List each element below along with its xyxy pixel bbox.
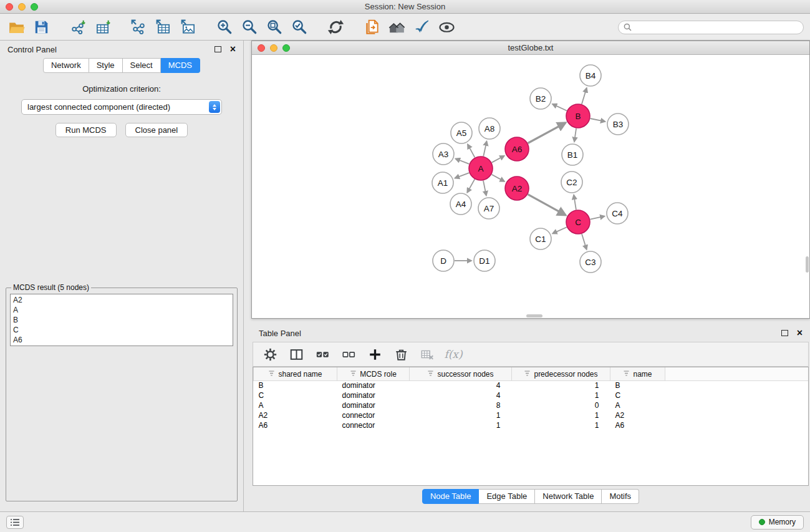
graph-edge-A-A1[interactable] bbox=[455, 173, 470, 178]
graph-edge-A-A2[interactable] bbox=[492, 175, 504, 181]
minimize-window-icon[interactable] bbox=[18, 3, 26, 11]
result-item[interactable]: A6 bbox=[13, 335, 230, 345]
table-cell[interactable]: A bbox=[254, 400, 337, 410]
optimization-criterion-dropdown[interactable]: largest connected component (directed) bbox=[21, 99, 222, 115]
graph-node-D[interactable]: D bbox=[433, 250, 454, 271]
graph-node-A6[interactable]: A6 bbox=[505, 137, 529, 161]
table-cell[interactable]: A2 bbox=[254, 410, 337, 420]
graph-edge-A-A8[interactable] bbox=[483, 142, 486, 157]
search-field[interactable] bbox=[618, 21, 804, 34]
graph-node-A2[interactable]: A2 bbox=[505, 177, 529, 200]
table-cell[interactable]: dominator bbox=[337, 400, 410, 410]
table-row[interactable]: A2connector11A2 bbox=[254, 410, 809, 420]
control-tab-style[interactable]: Style bbox=[89, 58, 123, 73]
graph-node-B3[interactable]: B3 bbox=[607, 114, 629, 135]
table-tab-edge-table[interactable]: Edge Table bbox=[479, 489, 535, 504]
graph-node-A3[interactable]: A3 bbox=[433, 143, 454, 165]
vertical-scrollbar-thumb[interactable] bbox=[806, 256, 809, 273]
control-tab-select[interactable]: Select bbox=[123, 58, 161, 73]
graph-edge-C-C1[interactable] bbox=[552, 227, 567, 233]
graph-node-C[interactable]: C bbox=[566, 210, 590, 234]
table-tab-node-table[interactable]: Node Table bbox=[422, 489, 480, 504]
table-cell[interactable]: 0 bbox=[512, 400, 610, 410]
graph-node-B4[interactable]: B4 bbox=[580, 65, 601, 86]
control-tab-mcds[interactable]: MCDS bbox=[161, 58, 200, 73]
graph-node-A5[interactable]: A5 bbox=[451, 122, 472, 143]
graph-edge-A2-C[interactable] bbox=[528, 195, 566, 215]
graph-edge-B-B3[interactable] bbox=[591, 118, 605, 122]
graph-edge-A-A3[interactable] bbox=[456, 159, 470, 164]
memory-button[interactable]: Memory bbox=[751, 515, 804, 530]
result-item[interactable]: A2 bbox=[13, 295, 230, 305]
graph-node-B[interactable]: B bbox=[566, 104, 590, 128]
show-graphics-button[interactable] bbox=[436, 17, 456, 37]
open-session-button[interactable] bbox=[6, 17, 26, 37]
graph-node-A1[interactable]: A1 bbox=[432, 172, 453, 193]
table-row[interactable]: Bdominator41B bbox=[254, 380, 809, 390]
deselect-all-button[interactable] bbox=[340, 346, 357, 362]
table-cell[interactable]: 4 bbox=[410, 380, 512, 390]
table-cell[interactable]: 1 bbox=[410, 420, 512, 430]
close-panel-icon[interactable]: × bbox=[230, 45, 236, 54]
graph-node-B2[interactable]: B2 bbox=[530, 88, 551, 109]
graph-edge-B-B4[interactable] bbox=[582, 88, 587, 104]
zoom-in-button[interactable] bbox=[215, 17, 234, 37]
result-item[interactable]: A bbox=[13, 305, 230, 315]
select-all-button[interactable] bbox=[314, 346, 330, 362]
column-header-name[interactable]: name bbox=[610, 367, 665, 380]
table-cell[interactable]: 4 bbox=[410, 390, 512, 400]
table-tab-network-table[interactable]: Network Table bbox=[535, 489, 602, 504]
show-columns-button[interactable] bbox=[288, 346, 304, 362]
graph-edge-A-A6[interactable] bbox=[492, 156, 504, 163]
graph-node-D1[interactable]: D1 bbox=[474, 250, 495, 271]
column-header-predecessor-nodes[interactable]: predecessor nodes bbox=[512, 367, 610, 380]
close-panel-button[interactable]: Close panel bbox=[125, 123, 188, 137]
horizontal-scrollbar-thumb[interactable] bbox=[526, 314, 542, 317]
network-close-icon[interactable] bbox=[258, 44, 265, 52]
graph-node-A[interactable]: A bbox=[469, 157, 493, 180]
delete-column-button[interactable] bbox=[393, 346, 409, 362]
graph-node-C1[interactable]: C1 bbox=[530, 228, 551, 249]
search-input[interactable] bbox=[635, 23, 798, 32]
table-cell[interactable]: A2 bbox=[610, 410, 665, 420]
open-recent-button[interactable] bbox=[362, 17, 382, 37]
network-zoom-icon[interactable] bbox=[282, 44, 290, 52]
graph-edge-C-C2[interactable] bbox=[574, 195, 576, 210]
apply-layout-button[interactable] bbox=[325, 17, 345, 37]
table-cell[interactable]: 8 bbox=[410, 400, 512, 410]
task-history-button[interactable] bbox=[6, 516, 24, 529]
graph-node-C3[interactable]: C3 bbox=[580, 251, 601, 273]
control-tab-network[interactable]: Network bbox=[43, 58, 89, 73]
import-network-button[interactable] bbox=[67, 17, 87, 37]
table-row[interactable]: Cdominator41C bbox=[254, 390, 809, 400]
graph-edge-A-A5[interactable] bbox=[468, 144, 475, 157]
export-network-button[interactable] bbox=[128, 17, 148, 37]
table-mode-button[interactable] bbox=[262, 346, 278, 362]
table-cell[interactable]: C bbox=[610, 390, 665, 400]
save-session-button[interactable] bbox=[31, 17, 51, 37]
column-header-shared-name[interactable]: shared name bbox=[254, 367, 337, 380]
graph-edge-C-C4[interactable] bbox=[591, 216, 605, 220]
zoom-out-button[interactable] bbox=[239, 17, 259, 37]
table-cell[interactable]: 1 bbox=[512, 390, 610, 400]
create-column-button[interactable] bbox=[367, 346, 383, 362]
float-panel-icon[interactable] bbox=[215, 46, 221, 52]
graph-edge-A-A4[interactable] bbox=[467, 179, 475, 192]
table-cell[interactable]: A6 bbox=[254, 420, 337, 430]
function-builder-button[interactable]: f(x) bbox=[445, 346, 461, 362]
table-cell[interactable]: B bbox=[610, 380, 665, 390]
graph-edge-B-B2[interactable] bbox=[552, 104, 567, 111]
result-item[interactable]: B bbox=[13, 315, 230, 325]
table-cell[interactable]: dominator bbox=[337, 380, 410, 390]
run-mcds-button[interactable]: Run MCDS bbox=[55, 123, 117, 137]
table-row[interactable]: Adominator80A bbox=[254, 400, 809, 410]
home-button[interactable] bbox=[387, 17, 407, 37]
column-header-successor-nodes[interactable]: successor nodes bbox=[410, 367, 512, 380]
mcds-result-list[interactable]: A2ABCA6 bbox=[10, 294, 233, 346]
network-minimize-icon[interactable] bbox=[270, 44, 277, 52]
column-header-MCDS-role[interactable]: MCDS role bbox=[337, 367, 410, 380]
export-table-button[interactable] bbox=[153, 17, 173, 37]
graph-node-A8[interactable]: A8 bbox=[479, 118, 500, 139]
table-cell[interactable]: dominator bbox=[337, 390, 410, 400]
close-table-panel-icon[interactable]: × bbox=[797, 329, 803, 337]
